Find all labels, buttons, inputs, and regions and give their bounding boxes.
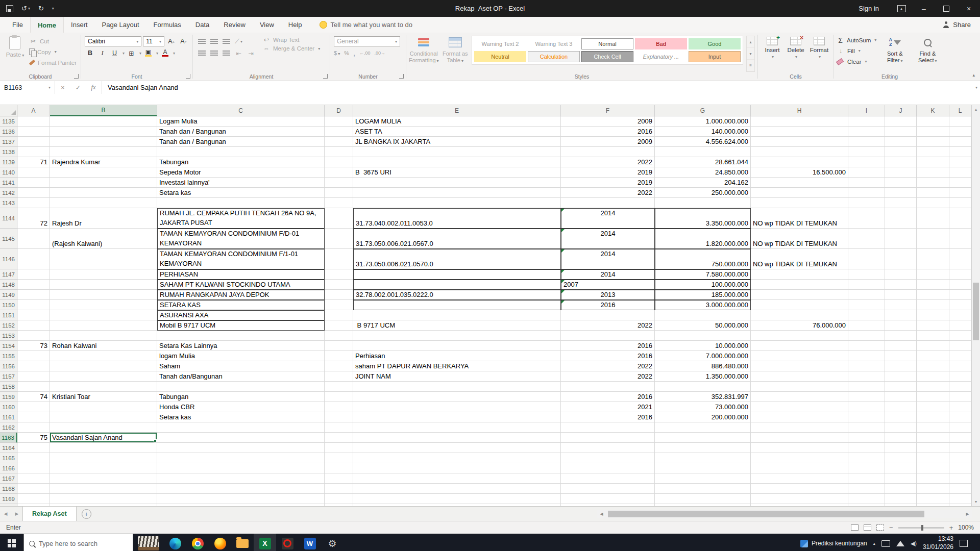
cell-B1158[interactable]: [50, 382, 157, 392]
tray-expand-icon[interactable]: ▴: [873, 541, 875, 546]
cell-B1161[interactable]: [50, 412, 157, 422]
cell-A1147[interactable]: [17, 269, 50, 280]
cell-style-warning-text-3[interactable]: Warning Text 3: [528, 38, 580, 49]
cell-C1164[interactable]: [157, 443, 325, 453]
cell-C1137[interactable]: Tanah dan / Bangunan: [157, 137, 325, 147]
cell-F1146[interactable]: 2014: [561, 249, 655, 269]
cell-I1163[interactable]: [848, 433, 885, 443]
cell-J1166[interactable]: [885, 463, 917, 473]
cell-H1135[interactable]: [751, 116, 848, 127]
cell-K1159[interactable]: [917, 392, 949, 402]
cell-D1159[interactable]: [325, 392, 353, 402]
cell-A1166[interactable]: [17, 463, 50, 473]
cell-G1140[interactable]: 24.850.000: [655, 167, 751, 178]
cell-J1159[interactable]: [885, 392, 917, 402]
cell-K1157[interactable]: [917, 371, 949, 382]
display-tray-icon[interactable]: [881, 540, 890, 547]
cell-G1150[interactable]: 3.000.000.000: [655, 300, 751, 310]
cell-L1150[interactable]: [949, 300, 971, 310]
cell-L1135[interactable]: [949, 116, 971, 127]
volume-icon[interactable]: ◀): [911, 540, 917, 547]
cell-H1140[interactable]: 16.500.000: [751, 167, 848, 178]
cell-F1157[interactable]: 2022: [561, 371, 655, 382]
customize-qat-button[interactable]: ▾: [52, 6, 54, 11]
cell-A1157[interactable]: [17, 371, 50, 382]
row-header-1152[interactable]: 1152: [0, 320, 17, 331]
cell-J1140[interactable]: [885, 167, 917, 178]
cell-H1141[interactable]: [751, 178, 848, 188]
cell-F1168[interactable]: [561, 484, 655, 494]
row-header-1146[interactable]: 1146: [0, 249, 17, 269]
cell-D1160[interactable]: [325, 402, 353, 412]
cell-style-bad[interactable]: Bad: [635, 38, 687, 49]
cell-H1162[interactable]: [751, 422, 848, 433]
cell-I1143[interactable]: [848, 198, 885, 208]
cell-H1144[interactable]: NO wp TIDAK DI TEMUKAN: [751, 208, 848, 229]
cell-G1149[interactable]: 185.000.000: [655, 290, 751, 300]
cell-H1167[interactable]: [751, 473, 848, 484]
cell-H1164[interactable]: [751, 443, 848, 453]
cell-K1148[interactable]: [917, 280, 949, 290]
cell-I1139[interactable]: [848, 157, 885, 167]
cell-D1140[interactable]: [325, 167, 353, 178]
cell-I1144[interactable]: [848, 208, 885, 229]
cell-B1170[interactable]: [50, 504, 157, 506]
insert-function-button[interactable]: fx: [86, 84, 101, 91]
cell-J1155[interactable]: [885, 351, 917, 361]
cell-J1167[interactable]: [885, 473, 917, 484]
cell-F1161[interactable]: 2016: [561, 412, 655, 422]
cell-C1166[interactable]: [157, 463, 325, 473]
horizontal-scroll-thumb[interactable]: [608, 511, 924, 517]
cell-J1169[interactable]: [885, 494, 917, 504]
cell-F1155[interactable]: 2016: [561, 351, 655, 361]
cell-C1145[interactable]: TAMAN KEMAYORAN CONDOMINIUM F/D-01 KEMAY…: [157, 229, 325, 249]
cell-F1136[interactable]: 2016: [561, 127, 655, 137]
cell-E1151[interactable]: [353, 310, 561, 320]
cell-I1153[interactable]: [848, 331, 885, 341]
decrease-indent-button[interactable]: ⇤: [233, 48, 244, 58]
row-header-1166[interactable]: 1166: [0, 463, 17, 473]
cell-G1147[interactable]: 7.580.000.000: [655, 269, 751, 280]
cell-I1147[interactable]: [848, 269, 885, 280]
cell-D1157[interactable]: [325, 371, 353, 382]
confirm-entry-button[interactable]: ✓: [70, 84, 86, 91]
name-box[interactable]: B1163▾: [0, 81, 55, 94]
decrease-decimal-button[interactable]: .00→: [375, 51, 386, 56]
cell-K1146[interactable]: [917, 249, 949, 269]
cell-H1149[interactable]: [751, 290, 848, 300]
cell-E1150[interactable]: [353, 300, 561, 310]
cell-C1141[interactable]: Investasi lainnya': [157, 178, 325, 188]
insert-cells-button[interactable]: + Insert▾: [761, 35, 784, 59]
row-header-1160[interactable]: 1160: [0, 402, 17, 412]
cell-K1165[interactable]: [917, 453, 949, 463]
cell-D1144[interactable]: [325, 208, 353, 229]
cell-F1154[interactable]: 2016: [561, 341, 655, 351]
cell-E1147[interactable]: [353, 269, 561, 280]
cell-D1143[interactable]: [325, 198, 353, 208]
cell-E1163[interactable]: [353, 433, 561, 443]
cell-I1136[interactable]: [848, 127, 885, 137]
cell-E1136[interactable]: ASET TA: [353, 127, 561, 137]
cell-H1143[interactable]: [751, 198, 848, 208]
cell-I1137[interactable]: [848, 137, 885, 147]
cell-L1147[interactable]: [949, 269, 971, 280]
tab-page-layout[interactable]: Page Layout: [95, 17, 146, 33]
cell-B1142[interactable]: [50, 188, 157, 198]
fill-color-button[interactable]: ▣: [143, 48, 154, 58]
cell-L1161[interactable]: [949, 412, 971, 422]
cell-G1164[interactable]: [655, 443, 751, 453]
network-icon[interactable]: [896, 541, 904, 546]
column-header-C[interactable]: C: [157, 105, 325, 116]
cell-L1152[interactable]: [949, 320, 971, 331]
cell-E1162[interactable]: [353, 422, 561, 433]
collapse-ribbon-icon[interactable]: ▴: [972, 72, 975, 78]
minimize-button[interactable]: –: [913, 0, 935, 17]
cell-D1163[interactable]: [325, 433, 353, 443]
cell-L1157[interactable]: [949, 371, 971, 382]
cell-D1154[interactable]: [325, 341, 353, 351]
cell-H1145[interactable]: NO wp TIDAK DI TEMUKAN: [751, 229, 848, 249]
cell-B1147[interactable]: [50, 269, 157, 280]
cell-K1160[interactable]: [917, 402, 949, 412]
cell-K1154[interactable]: [917, 341, 949, 351]
cell-B1166[interactable]: [50, 463, 157, 473]
